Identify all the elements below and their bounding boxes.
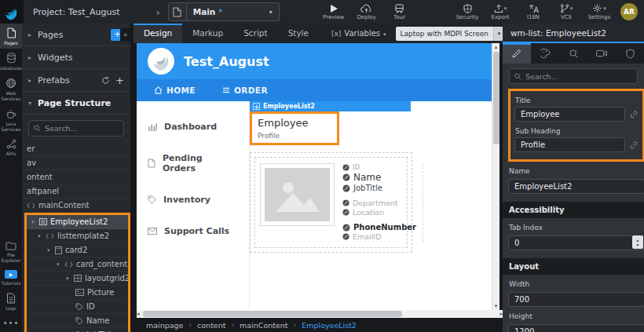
picture-placeholder[interactable] xyxy=(260,163,335,226)
number-stepper[interactable] xyxy=(632,235,643,249)
scroll-left-icon[interactable]: ◂ xyxy=(137,310,140,318)
scrollbar-thumb[interactable] xyxy=(143,311,402,317)
breadcrumb-item[interactable]: content xyxy=(197,321,225,330)
vcs-button[interactable]: VCS xyxy=(550,0,583,24)
tag-icon xyxy=(75,303,83,311)
tab-style[interactable]: Style xyxy=(278,24,319,43)
tree-item[interactable]: Name xyxy=(27,314,128,328)
rail-item-databases[interactable]: Databases xyxy=(0,49,22,74)
export-button[interactable]: Export xyxy=(484,0,517,24)
tree-item[interactable]: card_content2 xyxy=(27,257,128,272)
list-item-card[interactable]: ID Name JobTitle xyxy=(254,157,408,248)
properties-search[interactable]: Search... xyxy=(503,64,644,87)
canvas-app-header[interactable]: Test_August xyxy=(137,43,492,79)
menu-item-pending-orders[interactable]: Pending Orders xyxy=(137,145,249,181)
tree-item[interactable]: layoutgrid2 xyxy=(27,272,128,286)
tree-item[interactable]: card2 xyxy=(27,243,128,257)
tree-item[interactable]: JobTitle xyxy=(27,328,128,332)
height-input[interactable] xyxy=(508,324,644,332)
design-canvas[interactable]: Test_August HOME ORDER xyxy=(137,43,492,310)
field-name[interactable]: Name xyxy=(342,172,416,183)
field-jobtitle[interactable]: JobTitle xyxy=(342,184,416,192)
field-phonenumber[interactable]: PhoneNumber xyxy=(342,223,416,232)
menu-item-inventory[interactable]: Inventory xyxy=(137,187,249,213)
scroll-up-icon[interactable]: ▴ xyxy=(495,43,498,51)
i18n-button[interactable]: I18N xyxy=(517,0,550,24)
tab-index-input[interactable] xyxy=(508,235,644,250)
field-id[interactable]: ID xyxy=(342,163,416,171)
selected-widget-tag[interactable]: EmployeeList2 xyxy=(250,101,411,111)
user-avatar[interactable]: AR xyxy=(620,3,638,20)
tree-item[interactable]: av xyxy=(22,156,130,170)
section-layout[interactable]: Layout xyxy=(503,258,644,275)
rail-item-web-services[interactable]: Web Services xyxy=(0,74,22,104)
tree-item[interactable]: aftpanel xyxy=(22,184,130,199)
tree-item[interactable]: Picture xyxy=(27,286,128,300)
security-button[interactable]: Security xyxy=(451,0,484,24)
tab-security[interactable] xyxy=(616,43,644,64)
section-accessibility[interactable]: Accessibility xyxy=(503,202,644,218)
tab-styles[interactable] xyxy=(531,43,559,64)
wavemaker-logo-icon[interactable] xyxy=(0,0,24,24)
tree-item[interactable]: ontent xyxy=(22,170,130,184)
field-location[interactable]: Location xyxy=(342,208,416,217)
tree-item[interactable]: listtemplate2 xyxy=(27,229,128,243)
collapse-panel-button[interactable] xyxy=(120,28,130,42)
preview-button[interactable]: Preview xyxy=(317,0,350,24)
menu-item-support-calls[interactable]: Support Calls xyxy=(137,218,249,244)
bind-chain-icon[interactable] xyxy=(629,140,639,150)
structure-search-input[interactable]: Search... xyxy=(28,120,124,137)
rail-item-java-services[interactable]: Java Services xyxy=(0,104,22,135)
i18n-icon xyxy=(529,4,539,13)
bind-chain-icon[interactable] xyxy=(629,110,639,119)
section-pages[interactable]: Pages xyxy=(22,24,130,46)
variables-dropdown[interactable]: [x] Variables xyxy=(331,29,386,38)
add-prefab-button[interactable] xyxy=(115,75,124,86)
rail-item-apis[interactable]: APIs xyxy=(0,135,22,159)
name-input[interactable] xyxy=(508,179,644,194)
rail-item-file-explorer[interactable]: File Explorer xyxy=(0,237,22,266)
rail-item-pages[interactable]: Pages xyxy=(0,24,22,49)
field-department[interactable]: Department xyxy=(342,199,416,207)
tree-item[interactable]: ID xyxy=(27,300,128,314)
settings-button[interactable]: Settings xyxy=(583,0,616,24)
tab-design[interactable]: Design xyxy=(134,24,182,43)
tab-events[interactable] xyxy=(559,43,587,64)
canvas-vertical-scrollbar[interactable]: ▴ ▾ xyxy=(492,43,499,310)
tour-button[interactable]: Tour xyxy=(383,0,416,24)
breadcrumb-item[interactable]: mainpage xyxy=(146,321,183,330)
list-widget[interactable]: ID Name JobTitle xyxy=(250,152,412,253)
device-select[interactable]: Laptop with MDPI Screen xyxy=(396,27,504,41)
rail-item-logs[interactable]: Logs xyxy=(0,289,22,314)
deploy-button[interactable]: Deploy xyxy=(350,0,383,24)
tree-item[interactable]: mainContent xyxy=(22,199,130,213)
scroll-down-icon[interactable]: ▾ xyxy=(495,302,498,310)
subheading-input[interactable] xyxy=(514,137,625,152)
nav-item-order[interactable]: ORDER xyxy=(222,86,268,95)
scrollbar-thumb[interactable] xyxy=(493,52,499,144)
tree-item-selected[interactable]: EmployeeList2 xyxy=(27,215,128,229)
list-widget-header[interactable]: Employee Profile xyxy=(250,111,492,143)
breadcrumb-item-current[interactable]: EmployeeList2 xyxy=(302,321,357,330)
tab-markup[interactable]: Markup xyxy=(182,24,233,43)
menu-item-dashboard[interactable]: Dashboard xyxy=(137,114,249,140)
tree-item[interactable]: er xyxy=(22,142,130,156)
tab-devices[interactable] xyxy=(587,43,616,64)
caret-right-icon xyxy=(28,31,38,38)
title-input[interactable] xyxy=(514,107,625,122)
rail-item-tutorials[interactable]: Tutorials xyxy=(0,266,22,289)
tab-properties[interactable] xyxy=(503,43,531,64)
section-prefabs[interactable]: Prefabs xyxy=(22,69,130,92)
page-selector[interactable]: Main * xyxy=(168,2,280,21)
nav-item-home[interactable]: HOME xyxy=(154,86,196,95)
width-input[interactable] xyxy=(508,292,644,307)
breadcrumb-item[interactable]: mainContent xyxy=(240,321,288,330)
rail-overflow-button[interactable] xyxy=(3,314,20,332)
tab-script[interactable]: Script xyxy=(233,24,277,43)
vcs-icon xyxy=(560,4,569,13)
field-emailid[interactable]: EmailID xyxy=(342,232,416,241)
canvas-horizontal-scrollbar[interactable]: ◂ ▸ xyxy=(137,310,503,318)
refresh-icon[interactable] xyxy=(101,76,110,85)
section-widgets[interactable]: Widgets xyxy=(22,46,130,69)
section-page-structure[interactable]: Page Structure xyxy=(22,92,130,115)
